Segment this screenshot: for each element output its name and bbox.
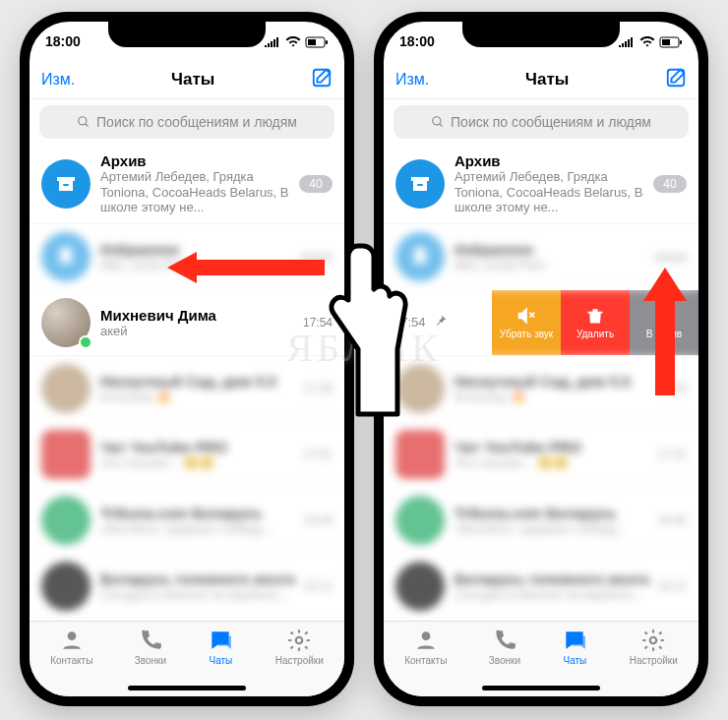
navbar: Изм. Чаты [384,61,698,99]
page-title: Чаты [525,70,569,90]
search-icon [77,115,91,129]
chat-name: Михневич Дима [100,307,297,324]
archive-preview: Артемий Лебедев, Грядка Toniona, CocoaHe… [100,169,293,215]
trash-icon [585,306,605,326]
svg-rect-15 [411,177,429,181]
list-item: Нескучный Сад, дом 5.5M.Kinsey 🔥17:30 [30,356,344,422]
svg-rect-11 [680,40,682,44]
status-time: 18:00 [399,33,435,49]
search-icon [431,115,445,129]
svg-point-22 [650,637,657,644]
search-placeholder: Поиск по сообщениям и людям [96,114,297,130]
archive-title: Архив [455,152,647,169]
list-item: Чат YouTube PROЭто письмо... 😊😊17:01 [30,422,344,488]
status-icons [618,33,683,49]
status-icons [264,33,329,49]
online-indicator [79,335,92,349]
settings-icon [286,628,312,653]
svg-rect-1 [326,40,328,44]
svg-marker-24 [643,268,687,395]
settings-icon [640,628,666,653]
svg-rect-7 [63,184,69,186]
home-indicator [128,686,246,690]
chat-preview: акей [100,324,297,338]
edit-button[interactable]: Изм. [41,71,75,89]
notch [462,22,620,47]
navbar: Изм. Чаты [30,61,344,99]
chat-row-focused[interactable]: Михневич Дима акей 17:54 [30,290,344,356]
status-time: 18:00 [45,33,81,49]
compose-icon [311,67,333,89]
phone-left: 18:00 Изм. Чаты Поиск по сообщениям и лю… [20,12,354,706]
calls-icon [492,628,517,653]
contacts-icon [59,628,85,653]
svg-point-14 [433,117,441,125]
edit-button[interactable]: Изм. [395,71,429,89]
calls-icon [138,628,163,653]
tutorial-hand-icon [315,240,413,417]
archive-row[interactable]: Архив Артемий Лебедев, Грядка Toniona, C… [384,145,698,224]
svg-point-8 [67,631,76,640]
svg-marker-23 [167,252,325,283]
list-item: Tribuna.com Беларусь«Витебск» одержал по… [384,488,698,554]
svg-point-9 [296,637,303,644]
list-item: Tribuna.com Беларусь«Витебск» одержал по… [30,488,344,554]
compose-icon [665,67,687,89]
svg-point-4 [79,117,87,125]
svg-rect-2 [308,39,316,45]
list-item: Беларусь головного мозгаСегодня в Минске… [384,554,698,620]
chats-icon [208,628,233,653]
contacts-icon [413,628,439,653]
archive-badge: 40 [299,175,333,193]
page-title: Чаты [171,70,214,90]
list-item: Беларусь головного мозгаСегодня в Минске… [30,554,344,620]
tab-contacts[interactable]: Контакты [404,628,447,696]
archive-title: Архив [100,152,293,169]
tab-contacts[interactable]: Контакты [50,628,92,696]
pin-icon [434,314,448,330]
tab-settings[interactable]: Настройки [630,628,678,696]
search-bar[interactable]: Поиск по сообщениям и людям [394,105,689,139]
tutorial-arrow-up [643,268,687,395]
home-indicator [482,686,600,690]
tab-settings[interactable]: Настройки [275,628,324,696]
svg-rect-17 [417,184,423,186]
archive-preview: Артемий Лебедев, Грядка Toniona, CocoaHe… [455,169,647,215]
compose-button[interactable] [311,67,333,92]
svg-rect-5 [57,177,75,181]
svg-point-21 [421,631,430,640]
svg-rect-12 [662,39,670,45]
archive-icon [41,159,91,209]
swipe-action-delete[interactable]: Удалить [561,290,630,355]
swipe-action-mute[interactable]: Убрать звук [492,290,561,355]
archive-icon [395,159,445,209]
list-item: Чат YouTube PROЭто письмо... 😊😊17:01 [384,422,698,488]
mute-icon [516,306,536,326]
chats-icon [562,628,587,653]
tutorial-arrow-left [167,250,325,285]
archive-badge: 40 [653,175,687,193]
notch [108,22,266,47]
search-placeholder: Поиск по сообщениям и людям [451,114,651,130]
search-bar[interactable]: Поиск по сообщениям и людям [39,105,334,139]
compose-button[interactable] [665,67,687,92]
archive-row[interactable]: Архив Артемий Лебедев, Грядка Toniona, C… [30,145,344,224]
